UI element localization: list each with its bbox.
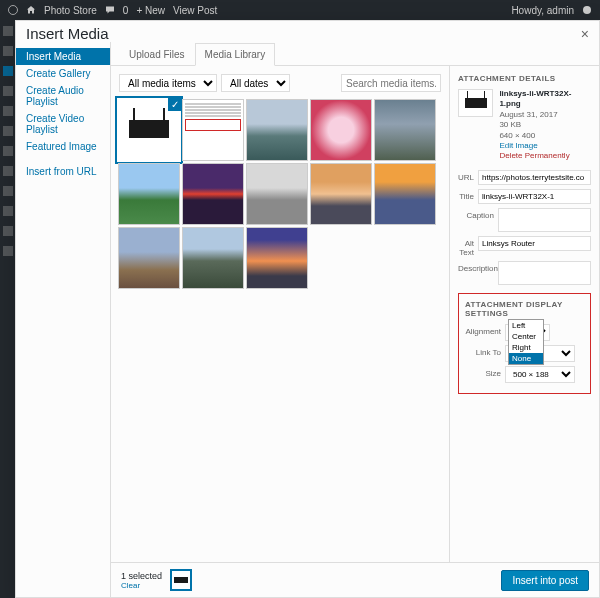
- attachment-size: 30 KB: [499, 120, 591, 130]
- close-button[interactable]: ×: [581, 26, 589, 42]
- menu-insert-media[interactable]: Insert Media: [16, 48, 110, 65]
- desc-field[interactable]: [498, 261, 591, 285]
- dropdown-option[interactable]: Right: [509, 342, 543, 353]
- tab-upload-files[interactable]: Upload Files: [119, 43, 195, 66]
- sidebar-icon[interactable]: [3, 26, 13, 36]
- delete-link[interactable]: Delete Permanently: [499, 151, 591, 161]
- menu-create-video[interactable]: Create Video Playlist: [16, 110, 110, 138]
- caption-field[interactable]: [498, 208, 591, 232]
- media-modal: Insert Media × Insert Media Create Galle…: [15, 20, 600, 598]
- avatar-icon[interactable]: [582, 5, 592, 15]
- selected-count: 1 selected: [121, 571, 162, 581]
- home-icon[interactable]: [26, 5, 36, 15]
- view-post-link[interactable]: View Post: [173, 5, 217, 16]
- sidebar-icon[interactable]: [3, 46, 13, 56]
- url-label: URL: [458, 170, 474, 182]
- media-thumb[interactable]: [183, 228, 243, 288]
- desc-label: Description: [458, 261, 494, 273]
- alignment-dropdown: Left Center Right None: [508, 319, 544, 365]
- site-name[interactable]: Photo Store: [44, 5, 97, 16]
- alt-field[interactable]: [478, 236, 591, 251]
- alt-label: Alt Text: [458, 236, 474, 257]
- dropdown-option[interactable]: None: [509, 353, 543, 364]
- attachment-preview: [458, 89, 493, 117]
- linkto-label: Link To: [465, 345, 501, 357]
- menu-insert-url[interactable]: Insert from URL: [16, 163, 110, 180]
- media-thumb[interactable]: [183, 100, 243, 160]
- attachment-date: August 31, 2017: [499, 110, 591, 120]
- sidebar-icon[interactable]: [3, 186, 13, 196]
- sidebar-icon[interactable]: [3, 146, 13, 156]
- tab-media-library[interactable]: Media Library: [195, 43, 276, 66]
- tabs: Upload Files Media Library: [111, 42, 599, 66]
- menu-create-gallery[interactable]: Create Gallery: [16, 65, 110, 82]
- sidebar-icon[interactable]: [3, 66, 13, 76]
- sidebar-icon[interactable]: [3, 126, 13, 136]
- comment-icon[interactable]: [105, 5, 115, 15]
- title-label: Title: [458, 189, 474, 201]
- modal-footer: 1 selected Clear Insert into post: [111, 562, 599, 597]
- media-thumb[interactable]: [247, 164, 307, 224]
- attachment-filename: linksys-li-WRT32X-1.png: [499, 89, 591, 110]
- filter-date-select[interactable]: All dates: [221, 74, 290, 92]
- filter-type-select[interactable]: All media items: [119, 74, 217, 92]
- dropdown-option[interactable]: Center: [509, 331, 543, 342]
- sidebar-icon[interactable]: [3, 86, 13, 96]
- comment-count[interactable]: 0: [123, 5, 129, 16]
- wp-logo-icon[interactable]: [8, 5, 18, 15]
- dropdown-option[interactable]: Left: [509, 320, 543, 331]
- svg-point-1: [583, 6, 591, 14]
- modal-title: Insert Media: [26, 25, 109, 42]
- admin-bar: Photo Store 0 + New View Post Howdy, adm…: [0, 0, 600, 20]
- sidebar-icon[interactable]: [3, 166, 13, 176]
- media-thumb[interactable]: [247, 100, 307, 160]
- media-thumb[interactable]: [375, 164, 435, 224]
- media-thumb[interactable]: [183, 164, 243, 224]
- title-field[interactable]: [478, 189, 591, 204]
- details-panel: ATTACHMENT DETAILS linksys-li-WRT32X-1.p…: [449, 66, 599, 562]
- admin-sidebar: [0, 20, 15, 598]
- size-label: Size: [465, 366, 501, 378]
- display-settings-heading: ATTACHMENT DISPLAY SETTINGS: [465, 300, 584, 318]
- insert-button[interactable]: Insert into post: [501, 570, 589, 591]
- media-thumb[interactable]: [311, 164, 371, 224]
- selected-thumb[interactable]: [170, 569, 192, 591]
- new-link[interactable]: + New: [136, 5, 165, 16]
- menu-create-audio[interactable]: Create Audio Playlist: [16, 82, 110, 110]
- sidebar-icon[interactable]: [3, 206, 13, 216]
- howdy-text[interactable]: Howdy, admin: [511, 5, 574, 16]
- menu-featured-image[interactable]: Featured Image: [16, 138, 110, 155]
- display-settings: ATTACHMENT DISPLAY SETTINGS AlignmentNon…: [458, 293, 591, 394]
- edit-image-link[interactable]: Edit Image: [499, 141, 591, 151]
- search-input[interactable]: [341, 74, 441, 92]
- attachment-details-heading: ATTACHMENT DETAILS: [458, 74, 591, 83]
- media-thumb[interactable]: [119, 228, 179, 288]
- media-thumb[interactable]: [375, 100, 435, 160]
- media-grid-area: All media items All dates: [111, 66, 449, 562]
- media-thumb[interactable]: [311, 100, 371, 160]
- media-thumb[interactable]: [247, 228, 307, 288]
- alignment-label: Alignment: [465, 324, 501, 336]
- caption-label: Caption: [458, 208, 494, 220]
- size-select[interactable]: 500 × 188: [505, 366, 575, 383]
- clear-link[interactable]: Clear: [121, 581, 162, 590]
- sidebar-icon[interactable]: [3, 246, 13, 256]
- sidebar-icon[interactable]: [3, 106, 13, 116]
- media-menu: Insert Media Create Gallery Create Audio…: [16, 42, 111, 597]
- media-thumb[interactable]: [119, 164, 179, 224]
- sidebar-icon[interactable]: [3, 226, 13, 236]
- check-icon: [168, 97, 182, 111]
- url-field[interactable]: [478, 170, 591, 185]
- media-thumb[interactable]: [119, 100, 179, 160]
- attachment-dims: 640 × 400: [499, 131, 591, 141]
- svg-point-0: [9, 6, 18, 15]
